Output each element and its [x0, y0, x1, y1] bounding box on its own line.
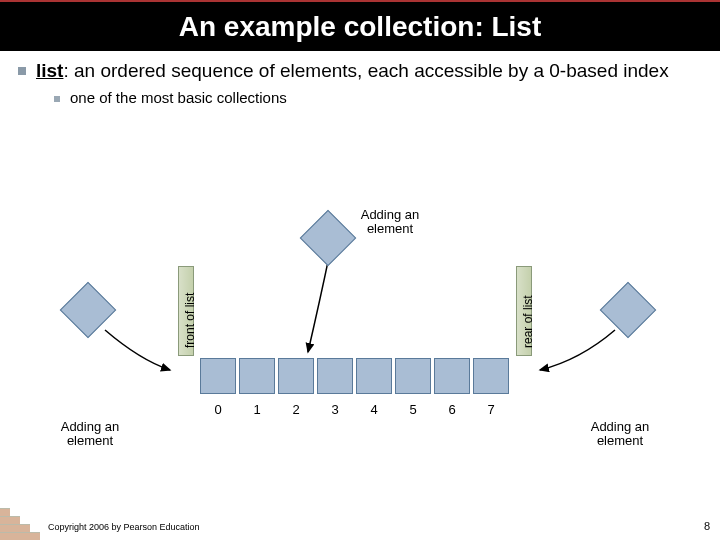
add-label-left: Adding anelement — [50, 420, 130, 449]
term: list — [36, 60, 63, 81]
bullet-text: list: an ordered sequence of elements, e… — [36, 59, 669, 83]
index-label: 0 — [200, 402, 236, 417]
index-label: 3 — [317, 402, 353, 417]
slide-body: list: an ordered sequence of elements, e… — [0, 51, 720, 106]
index-label: 1 — [239, 402, 275, 417]
index-label: 2 — [278, 402, 314, 417]
add-label-right: Adding anelement — [580, 420, 660, 449]
index-label: 6 — [434, 402, 470, 417]
index-label: 7 — [473, 402, 509, 417]
copyright: Copyright 2006 by Pearson Education — [48, 522, 200, 532]
rear-label: rear of list — [521, 295, 535, 348]
front-label: front of list — [183, 293, 197, 348]
bullet-main: list: an ordered sequence of elements, e… — [18, 59, 702, 83]
decorative-stairs-icon — [0, 510, 40, 540]
list-cell — [200, 358, 236, 394]
list-diagram: front of list rear of list 0 1 2 3 4 5 6… — [70, 230, 660, 480]
bullet-icon — [18, 67, 26, 75]
bullet-sub: one of the most basic collections — [54, 89, 702, 106]
list-cell — [317, 358, 353, 394]
definition: : an ordered sequence of elements, each … — [63, 60, 668, 81]
sub-text: one of the most basic collections — [70, 89, 287, 106]
list-cell — [278, 358, 314, 394]
list-cell — [356, 358, 392, 394]
add-label-top: Adding anelement — [350, 208, 430, 237]
list-cell — [434, 358, 470, 394]
index-label: 5 — [395, 402, 431, 417]
list-cell — [473, 358, 509, 394]
slide-title: An example collection: List — [0, 0, 720, 51]
bullet-icon — [54, 96, 60, 102]
arrows — [70, 230, 660, 480]
index-label: 4 — [356, 402, 392, 417]
list-cell — [395, 358, 431, 394]
list-cell — [239, 358, 275, 394]
page-number: 8 — [704, 520, 710, 532]
